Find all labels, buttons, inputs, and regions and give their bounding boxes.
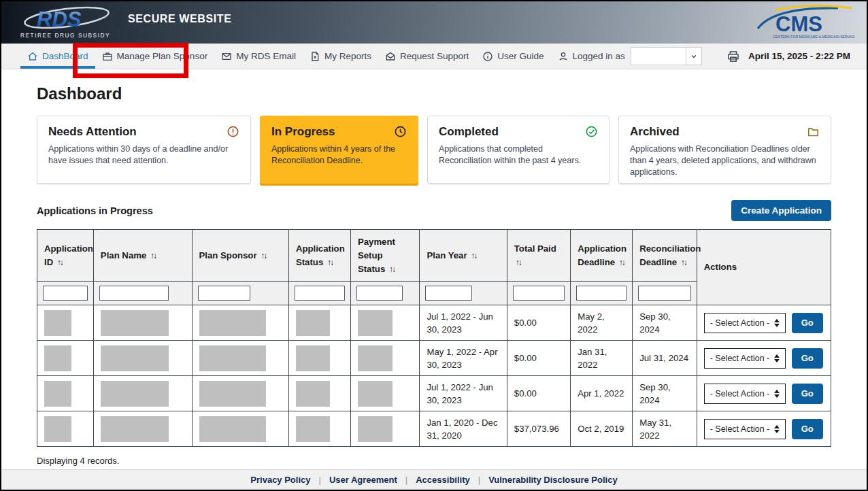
sort-icon[interactable]: ↑↓ bbox=[261, 251, 266, 260]
select-updown-icon bbox=[774, 319, 780, 327]
printer-icon[interactable] bbox=[727, 50, 740, 63]
redacted-application-status bbox=[296, 381, 330, 407]
column-header-plan-sponsor[interactable]: Plan Sponsor ↑↓ bbox=[192, 230, 288, 282]
go-button[interactable]: Go bbox=[792, 419, 823, 439]
alert-circle-icon bbox=[227, 125, 239, 138]
select-updown-icon bbox=[774, 390, 780, 398]
print-date-area: April 15, 2025 - 2:22 PM bbox=[727, 44, 856, 69]
nav-item-my-rds-email[interactable]: My RDS Email bbox=[214, 44, 303, 69]
filter-reconciliation-deadline[interactable] bbox=[638, 286, 691, 301]
sort-icon[interactable]: ↑↓ bbox=[327, 258, 333, 267]
nav-item-my-reports[interactable]: My Reports bbox=[303, 44, 378, 69]
nav-item-label: My RDS Email bbox=[236, 51, 296, 61]
filter-application-id[interactable] bbox=[43, 286, 88, 301]
filter-plan-year[interactable] bbox=[425, 286, 472, 301]
reconciliation-deadline-cell: Jul 31, 2024 bbox=[633, 341, 697, 376]
main-content: Dashboard Needs Attention Applications w… bbox=[1, 69, 867, 469]
table-row: Jan 1, 2020 - Dec 31, 2020 $37,073.96 Oc… bbox=[37, 411, 831, 447]
sort-icon[interactable]: ↑↓ bbox=[619, 258, 624, 267]
column-header-payment-setup-status[interactable]: Payment Setup Status ↑↓ bbox=[350, 230, 420, 282]
briefcase-icon bbox=[102, 51, 113, 62]
footer-link-user-agreement[interactable]: User Agreement bbox=[321, 475, 405, 485]
redacted-plan-sponsor bbox=[199, 345, 266, 371]
redacted-application-id bbox=[44, 381, 71, 407]
create-application-button[interactable]: Create Application bbox=[731, 200, 831, 221]
redacted-application-id bbox=[44, 310, 71, 336]
go-button[interactable]: Go bbox=[792, 384, 823, 404]
total-paid-cell: $37,073.96 bbox=[507, 411, 570, 447]
sort-icon[interactable]: ↑↓ bbox=[150, 251, 156, 260]
sort-icon[interactable]: ↑↓ bbox=[681, 258, 686, 267]
rds-logo-text: RDS bbox=[37, 7, 82, 31]
redacted-application-status bbox=[296, 310, 330, 336]
plan-year-cell: Jul 1, 2022 - Jun 30, 2023 bbox=[420, 305, 507, 341]
sort-icon[interactable]: ↑↓ bbox=[389, 265, 395, 274]
page-title: Dashboard bbox=[37, 84, 831, 103]
card-needs-attention[interactable]: Needs Attention Applications within 30 d… bbox=[37, 116, 251, 184]
column-header-application-deadline[interactable]: Application Deadline ↑↓ bbox=[571, 230, 633, 282]
rds-secure-website-page: RDS RETIREE DRUG SUBSIDY SECURE WEBSITE … bbox=[0, 0, 868, 491]
footer-link-privacy-policy[interactable]: Privacy Policy bbox=[242, 475, 318, 485]
nav-item-label: Logged in as bbox=[573, 51, 625, 61]
nav-item-manage-plan-sponsor[interactable]: Manage Plan Sponsor bbox=[95, 44, 215, 69]
file-icon bbox=[310, 51, 320, 62]
plan-year-cell: Jan 1, 2020 - Dec 31, 2020 bbox=[420, 411, 507, 447]
redacted-payment-setup-status bbox=[358, 416, 393, 442]
rds-logo: RDS RETIREE DRUG SUBSIDY bbox=[19, 5, 113, 41]
cms-logo-subtext: CENTERS FOR MEDICARE & MEDICAID SERVICES bbox=[773, 35, 854, 39]
column-header-application-status[interactable]: Application Status ↑↓ bbox=[288, 230, 350, 282]
chevron-down-icon[interactable] bbox=[686, 48, 701, 65]
info-icon bbox=[482, 51, 493, 62]
filter-payment-setup-status[interactable] bbox=[356, 286, 403, 301]
column-header-plan-name[interactable]: Plan Name ↑↓ bbox=[93, 230, 192, 282]
application-deadline-cell: May 2, 2022 bbox=[571, 305, 633, 341]
sort-icon[interactable]: ↑↓ bbox=[57, 258, 63, 267]
redacted-plan-name bbox=[101, 416, 169, 442]
card-in-progress[interactable]: In Progress Applications within 4 years … bbox=[260, 116, 418, 184]
filter-plan-name[interactable] bbox=[99, 286, 169, 301]
action-select[interactable]: - Select Action - bbox=[704, 313, 786, 333]
action-select[interactable]: - Select Action - bbox=[704, 419, 786, 439]
table-row: May 1, 2022 - Apr 30, 2023 $0.00 Jan 31,… bbox=[37, 341, 831, 376]
column-header-total-paid[interactable]: Total Paid ↑↓ bbox=[507, 230, 570, 282]
table-row: Jul 1, 2022 - Jun 30, 2023 $0.00 Apr 1, … bbox=[37, 376, 831, 411]
footer-link-vulnerability-disclosure-policy[interactable]: Vulnerability Disclosure Policy bbox=[480, 475, 626, 485]
select-updown-icon bbox=[774, 354, 780, 362]
applications-section-title: Applications in Progress bbox=[37, 205, 153, 216]
check-circle-icon bbox=[585, 125, 598, 138]
filter-total-paid[interactable] bbox=[513, 286, 565, 301]
filter-plan-sponsor[interactable] bbox=[198, 286, 251, 301]
application-deadline-cell: Apr 1, 2022 bbox=[571, 376, 633, 411]
nav-item-user-guide[interactable]: User Guide bbox=[475, 44, 550, 69]
action-select[interactable]: - Select Action - bbox=[704, 384, 786, 404]
go-button[interactable]: Go bbox=[792, 348, 823, 369]
redacted-plan-name bbox=[101, 310, 169, 336]
card-description: Applications that completed Reconciliati… bbox=[439, 143, 598, 167]
column-header-plan-year[interactable]: Plan Year ↑↓ bbox=[420, 230, 507, 282]
person-icon bbox=[558, 51, 569, 62]
redacted-plan-sponsor bbox=[199, 310, 266, 336]
go-button[interactable]: Go bbox=[792, 313, 823, 333]
card-completed[interactable]: Completed Applications that completed Re… bbox=[427, 116, 610, 184]
envelope-icon bbox=[221, 51, 232, 62]
select-updown-icon bbox=[774, 425, 780, 433]
logged-in-user-value bbox=[631, 48, 686, 65]
total-paid-cell: $0.00 bbox=[507, 376, 570, 411]
filter-application-status[interactable] bbox=[295, 286, 345, 301]
total-paid-cell: $0.00 bbox=[507, 305, 570, 341]
card-archived[interactable]: Archived Applications with Reconciliatio… bbox=[618, 116, 831, 184]
sort-icon[interactable]: ↑↓ bbox=[516, 258, 521, 267]
table-header-row: Application ID ↑↓ Plan Name ↑↓ Plan Spon… bbox=[37, 230, 831, 282]
column-header-application-id[interactable]: Application ID ↑↓ bbox=[37, 230, 94, 282]
column-header-reconciliation-deadline[interactable]: Reconciliation Deadline ↑↓ bbox=[633, 230, 697, 282]
nav-item-request-support[interactable]: Request Support bbox=[378, 44, 475, 69]
nav-item-label: DashBoard bbox=[42, 51, 88, 61]
action-select[interactable]: - Select Action - bbox=[704, 348, 786, 369]
logged-in-user-select[interactable] bbox=[631, 47, 702, 65]
sort-icon[interactable]: ↑↓ bbox=[471, 251, 476, 260]
filter-application-deadline[interactable] bbox=[576, 286, 627, 301]
nav-item-dashboard[interactable]: DashBoard bbox=[20, 44, 95, 69]
footer-link-accessibility[interactable]: Accessibility bbox=[407, 475, 478, 485]
card-title: Completed bbox=[439, 125, 499, 139]
redacted-plan-sponsor bbox=[199, 416, 266, 442]
